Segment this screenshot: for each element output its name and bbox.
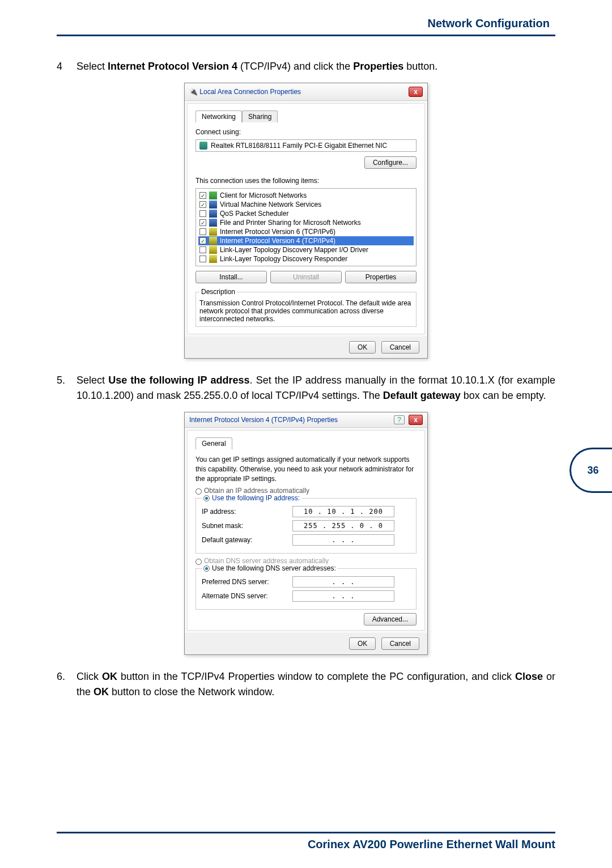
text-bold: Properties [353,61,403,72]
text: (TCP/IPv4) and click the [237,61,353,72]
dialog-titlebar: Internet Protocol Version 4 (TCP/IPv4) P… [185,412,427,428]
item-label: Link-Layer Topology Discovery Responder [220,255,347,263]
nic-icon [199,142,207,150]
text-bold: Close [515,671,543,682]
dialog-title-text: Internet Protocol Version 4 (TCP/IPv4) P… [189,416,338,424]
install-button[interactable]: Install... [196,271,267,283]
list-item[interactable]: QoS Packet Scheduler [198,209,414,218]
default-gateway-input[interactable]: . . . [292,534,394,546]
item-icon [209,237,217,245]
step-4: 4 Select Internet Protocol Version 4 (TC… [57,59,555,74]
items-list[interactable]: ✓Client for Microsoft Networks✓Virtual M… [196,188,416,266]
close-button[interactable]: x [409,415,423,425]
uninstall-button[interactable]: Uninstall [270,271,342,283]
item-label: QoS Packet Scheduler [220,210,288,218]
text: Select [76,375,108,386]
checkbox[interactable]: ✓ [199,201,206,208]
advanced-button[interactable]: Advanced... [364,613,416,626]
text: button to close the Network window. [109,686,274,697]
item-icon [209,246,217,254]
description-fieldset: Description Transmission Control Protoco… [196,288,416,327]
text: Click [76,671,102,682]
intro-text: You can get IP settings assigned automat… [196,455,416,483]
checkbox[interactable]: ✓ [199,192,206,199]
tab-general[interactable]: General [196,437,232,449]
text-bold: OK [102,671,117,682]
item-label: Internet Protocol Version 4 (TCP/IPv4) [220,237,335,245]
item-icon [209,255,217,263]
step-number: 4 [57,59,74,74]
text: Select [76,61,108,72]
item-icon [209,201,217,209]
item-label: Internet Protocol Version 6 (TCP/IPv6) [220,228,335,236]
text-bold: Default gateway [383,390,461,401]
list-item[interactable]: ✓File and Printer Sharing for Microsoft … [198,218,414,227]
subnet-mask-label: Subnet mask: [202,522,292,530]
list-item[interactable]: ✓Internet Protocol Version 4 (TCP/IPv4) [198,236,414,245]
dialog-title-text: 🔌 Local Area Connection Properties [189,88,301,96]
step-6: 6. Click OK button in the TCP/IPv4 Prope… [57,669,555,700]
connection-properties-dialog: 🔌 Local Area Connection Properties x Net… [184,83,428,359]
description-text: Transmission Control Protocol/Internet P… [199,299,413,323]
item-icon [209,228,217,236]
radio-use-following-ip[interactable]: Use the following IP address: [202,494,301,502]
ip-address-input[interactable]: 10 . 10 . 1 . 200 [292,506,394,517]
ok-button[interactable]: OK [349,637,376,650]
list-item[interactable]: Link-Layer Topology Discovery Responder [198,254,414,263]
list-item[interactable]: Link-Layer Topology Discovery Mapper I/O… [198,245,414,254]
preferred-dns-label: Preferred DNS server: [202,578,292,586]
properties-button[interactable]: Properties [345,271,416,283]
checkbox[interactable] [199,210,206,217]
text-bold: Internet Protocol Version 4 [108,61,237,72]
item-label: Virtual Machine Network Services [220,201,321,209]
default-gateway-label: Default gateway: [202,536,292,544]
page-header: Network Configuration [57,17,555,36]
text-bold: OK [94,686,109,697]
cancel-button[interactable]: Cancel [381,341,419,354]
description-legend: Description [199,288,237,296]
item-label: File and Printer Sharing for Microsoft N… [220,219,361,227]
ok-button[interactable]: OK [349,341,376,354]
adapter-name: Realtek RTL8168/8111 Family PCI-E Gigabi… [211,142,387,150]
checkbox[interactable] [199,256,206,262]
item-icon [209,219,217,227]
radio-obtain-ip-auto[interactable]: Obtain an IP address automatically [196,487,416,495]
adapter-field[interactable]: Realtek RTL8168/8111 Family PCI-E Gigabi… [196,139,416,152]
checkbox[interactable] [199,228,206,235]
checkbox[interactable]: ✓ [199,219,206,226]
item-label: Link-Layer Topology Discovery Mapper I/O… [220,246,368,254]
item-icon [209,210,217,218]
text-bold: Use the following IP address [108,375,249,386]
step-number: 6. [57,669,74,684]
tab-networking[interactable]: Networking [196,110,242,122]
text: button in the TCP/IPv4 Properties window… [117,671,515,682]
checkbox[interactable]: ✓ [199,237,206,244]
alternate-dns-label: Alternate DNS server: [202,592,292,600]
step-number: 5. [57,373,74,388]
text: box can be empty. [461,390,546,401]
radio-use-following-dns[interactable]: Use the following DNS server addresses: [202,564,338,572]
ipv4-properties-dialog: Internet Protocol Version 4 (TCP/IPv4) P… [184,412,428,655]
page-number-badge: 36 [570,448,612,493]
list-item[interactable]: Internet Protocol Version 6 (TCP/IPv6) [198,227,414,236]
subnet-mask-input[interactable]: 255 . 255 . 0 . 0 [292,520,394,531]
step-5: 5. Select Use the following IP address. … [57,373,555,403]
item-icon [209,192,217,199]
ip-address-label: IP address: [202,508,292,516]
close-button[interactable]: x [409,87,423,97]
help-button[interactable]: ? [394,415,405,424]
items-label: This connection uses the following items… [196,177,416,185]
list-item[interactable]: ✓Client for Microsoft Networks [198,191,414,200]
tab-sharing[interactable]: Sharing [242,110,278,122]
dialog-titlebar: 🔌 Local Area Connection Properties x [185,83,427,101]
preferred-dns-input[interactable]: . . . [292,576,394,588]
checkbox[interactable] [199,246,206,253]
connect-using-label: Connect using: [196,128,416,136]
list-item[interactable]: ✓Virtual Machine Network Services [198,200,414,209]
configure-button[interactable]: Configure... [364,156,416,169]
text: button. [403,61,437,72]
alternate-dns-input[interactable]: . . . [292,590,394,602]
radio-obtain-dns-auto: Obtain DNS server address automatically [196,557,416,565]
cancel-button[interactable]: Cancel [381,637,419,650]
page-footer: Corinex AV200 Powerline Ethernet Wall Mo… [57,832,555,851]
